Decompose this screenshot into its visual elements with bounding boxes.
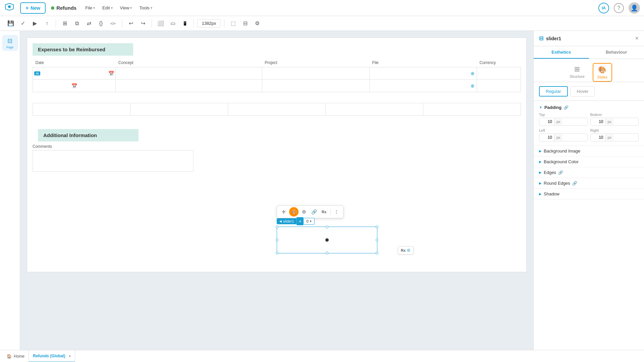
handle-ml[interactable] bbox=[276, 239, 278, 241]
comments-textarea[interactable] bbox=[33, 150, 194, 172]
ft-rx-button[interactable]: Rx bbox=[319, 207, 329, 217]
components-button[interactable]: ⊞ bbox=[59, 18, 70, 29]
tab-home[interactable]: 🏠 Home bbox=[3, 350, 29, 362]
ft-style-button[interactable]: 🎨 bbox=[289, 207, 299, 217]
ft-link-button[interactable]: 🔗 bbox=[309, 207, 319, 217]
rp-close-button[interactable]: × bbox=[635, 35, 639, 42]
handle-tl[interactable] bbox=[276, 226, 278, 228]
mobile-view-button[interactable]: 📱 bbox=[179, 18, 190, 29]
handle-tm[interactable] bbox=[326, 226, 328, 228]
canvas-page: Expenses to be Reimbursed Date Concept P… bbox=[27, 38, 527, 272]
col-project-header: Project bbox=[262, 58, 369, 67]
nav-button[interactable]: ⇄ bbox=[84, 18, 94, 29]
sub-tab-structure[interactable]: ⊞ Structure bbox=[566, 63, 589, 82]
canvas-area[interactable]: Expenses to be Reimbursed Date Concept P… bbox=[20, 31, 533, 350]
slider-widget[interactable] bbox=[277, 227, 377, 253]
edit-menu[interactable]: Edit ▾ bbox=[99, 3, 116, 12]
avatar[interactable]: 👤 bbox=[629, 2, 640, 14]
layers-button[interactable]: ⧉ bbox=[71, 18, 82, 29]
col-file-header: File bbox=[369, 58, 477, 67]
upload-circle-icon-2[interactable]: ⊕ bbox=[470, 82, 475, 89]
toolbar-settings-button[interactable]: ⚙ bbox=[252, 18, 263, 29]
bottom-tabs: 🏠 Home Refunds (Global) × bbox=[0, 350, 644, 362]
tab-esthetics[interactable]: Esthetics bbox=[534, 46, 589, 59]
handle-bm[interactable] bbox=[326, 252, 328, 254]
shadow-item[interactable]: ▶ Shadow bbox=[534, 189, 644, 199]
handle-bl[interactable] bbox=[276, 252, 278, 254]
slider-value-control[interactable]: 0 ▾ bbox=[303, 218, 314, 225]
pad-left-unit: px bbox=[554, 134, 562, 141]
padding-top-field: Top px bbox=[539, 113, 588, 126]
tablet-view-button[interactable]: ▭ bbox=[167, 18, 178, 29]
bg-image-item[interactable]: ▶ Background Image bbox=[534, 146, 644, 157]
save-button[interactable]: 💾 bbox=[5, 18, 16, 29]
pad-right-input[interactable] bbox=[591, 134, 605, 141]
padding-header[interactable]: ▼ Padding 🔗 bbox=[539, 105, 639, 110]
new-button[interactable]: + New bbox=[20, 2, 46, 14]
code-button[interactable]: {} bbox=[96, 18, 106, 29]
pad-top-input[interactable] bbox=[539, 118, 554, 125]
concept-cell-1[interactable] bbox=[116, 67, 262, 80]
currency-cell-2[interactable] bbox=[477, 80, 521, 92]
handle-tr[interactable] bbox=[376, 226, 378, 228]
play-button[interactable]: ▶ bbox=[30, 18, 40, 29]
responsive1-button[interactable]: ⬚ bbox=[228, 18, 238, 29]
pad-bottom-unit: px bbox=[605, 118, 614, 125]
sidebar-item-page[interactable]: ⊟ Page bbox=[2, 35, 18, 51]
ft-more-button[interactable]: ⋮ bbox=[332, 207, 341, 217]
float-toolbar: ✛ 🎨 ⚙ 🔗 Rx ⋮ bbox=[277, 205, 343, 218]
desktop-view-button[interactable]: ⬜ bbox=[155, 18, 166, 29]
ia-button[interactable]: IA bbox=[598, 3, 609, 13]
help-button[interactable]: ? bbox=[614, 3, 624, 13]
svg-point-0 bbox=[8, 5, 11, 8]
handle-br[interactable] bbox=[376, 252, 378, 254]
currency-cell-1[interactable] bbox=[477, 67, 521, 80]
logo bbox=[4, 2, 15, 14]
handle-mr[interactable] bbox=[376, 239, 378, 241]
ft-move-button[interactable]: ✛ bbox=[279, 207, 288, 217]
ft-settings-button[interactable]: ⚙ bbox=[299, 207, 309, 217]
edges-item[interactable]: ▶ Edges 🔗 bbox=[534, 167, 644, 178]
rx-badge[interactable]: Rx ⚙ bbox=[398, 246, 414, 254]
page-icon: ⊟ bbox=[7, 37, 12, 45]
additional-title: Additional Information bbox=[43, 132, 97, 138]
slider-name-left[interactable]: ◀ slider1 bbox=[277, 218, 297, 224]
state-regular-button[interactable]: Regular bbox=[539, 86, 568, 97]
tab-refunds[interactable]: Refunds (Global) × bbox=[29, 350, 75, 362]
responsive2-button[interactable]: ⊟ bbox=[240, 18, 251, 29]
bg-color-item[interactable]: ▶ Background Color bbox=[534, 157, 644, 167]
concept-cell-2[interactable] bbox=[116, 80, 262, 92]
edges-label: Edges bbox=[544, 170, 556, 175]
redo-button[interactable]: ↪ bbox=[138, 18, 148, 29]
js-badge: Js bbox=[34, 71, 40, 75]
tools-label: Tools bbox=[139, 5, 149, 10]
undo-button[interactable]: ↩ bbox=[125, 18, 136, 29]
tab-behaviour[interactable]: Behaviour bbox=[589, 46, 644, 59]
view-label: View bbox=[120, 5, 129, 10]
round-edges-item[interactable]: ▶ Round Edges 🔗 bbox=[534, 178, 644, 189]
html-button[interactable]: </> bbox=[108, 18, 118, 29]
pad-bottom-input[interactable] bbox=[591, 118, 605, 125]
round-edges-link-icon[interactable]: 🔗 bbox=[572, 181, 577, 186]
link-icon[interactable]: 🔗 bbox=[564, 105, 569, 110]
view-menu[interactable]: View ▾ bbox=[117, 3, 136, 12]
section-divider bbox=[27, 95, 526, 103]
upload-button[interactable]: ↑ bbox=[42, 18, 52, 29]
shadow-label: Shadow bbox=[544, 191, 559, 196]
slider-add-button[interactable]: + bbox=[297, 217, 303, 225]
tab-refunds-close[interactable]: × bbox=[69, 354, 71, 358]
file-menu[interactable]: File ▾ bbox=[82, 3, 98, 12]
pad-bottom-input-row: px bbox=[590, 118, 639, 126]
sub-tab-styles[interactable]: 🎨 Styles bbox=[593, 63, 612, 82]
slider-name-badge: ◀ slider1 + 0 ▾ bbox=[277, 217, 315, 225]
project-cell-1[interactable] bbox=[262, 67, 369, 80]
pad-right-unit: px bbox=[605, 134, 614, 141]
upload-circle-icon[interactable]: ⊕ bbox=[470, 70, 475, 77]
check-button[interactable]: ✓ bbox=[17, 18, 28, 29]
tools-menu[interactable]: Tools ▾ bbox=[136, 3, 155, 12]
pad-right-label: Right bbox=[590, 128, 639, 132]
edges-link-icon[interactable]: 🔗 bbox=[558, 170, 563, 175]
state-hover-button[interactable]: Hover bbox=[571, 86, 595, 97]
pad-left-input[interactable] bbox=[539, 134, 554, 141]
project-cell-2[interactable] bbox=[262, 80, 369, 92]
